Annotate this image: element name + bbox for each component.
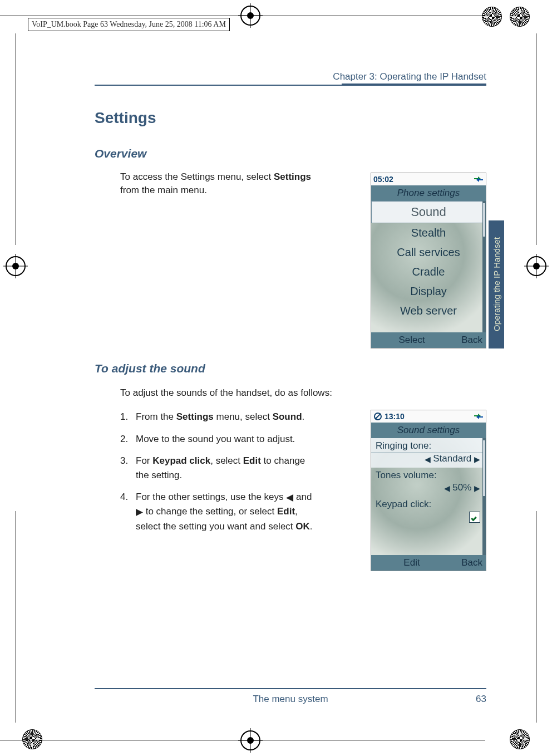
menu-item-call-services[interactable]: Call services [371, 243, 486, 262]
menu-item-cradle[interactable]: Cradle [371, 262, 486, 282]
menu-item-sound[interactable]: Sound [371, 201, 486, 223]
setting-ringing-tone-value[interactable]: ◀ Standard ▶ [371, 453, 486, 468]
sound-intro: To adjust the sounds of the handset, do … [120, 386, 432, 400]
connection-icon [474, 175, 484, 183]
menu-item-stealth[interactable]: Stealth [371, 223, 486, 243]
right-chevron-icon: ▶ [474, 455, 480, 464]
phone-screenshot-sound: 13:10 Sound settings Ringing tone: ◀ Sta… [371, 410, 486, 571]
side-tab: Operating the IP Handset [489, 220, 504, 348]
softkey-edit[interactable]: Edit [374, 557, 449, 568]
right-chevron-icon: ▶ [474, 484, 480, 493]
page-footer: The menu system 63 [95, 694, 486, 705]
left-chevron-icon: ◀ [425, 455, 431, 464]
header-rule [95, 85, 486, 86]
setting-tones-volume-value[interactable]: ◀ 50% ▶ [371, 482, 486, 497]
scrollbar[interactable] [482, 201, 486, 332]
svg-line-1 [375, 414, 381, 419]
right-arrow-icon: ▶ [136, 507, 143, 517]
checkbox-checked-icon[interactable] [469, 512, 480, 523]
registration-radial-icon [510, 7, 530, 27]
left-arrow-icon: ◀ [286, 492, 293, 503]
subsection-sound: To adjust the sound [95, 362, 205, 375]
registration-radial-icon [22, 729, 42, 749]
setting-keypad-click-value[interactable] [371, 511, 486, 526]
footer-section: The menu system [253, 694, 328, 705]
step-1: 1. From the Settings menu, select Sound. [120, 410, 315, 424]
setting-ringing-tone[interactable]: Ringing tone: [371, 438, 486, 453]
print-header: VoIP_UM.book Page 63 Wednesday, June 25,… [28, 18, 230, 31]
status-time: 13:10 [385, 412, 405, 421]
menu-item-display[interactable]: Display [371, 282, 486, 301]
menu-item-web-server[interactable]: Web server [371, 301, 486, 321]
step-4: 4. For the other settings, use the keys … [120, 490, 315, 533]
chapter-header: Chapter 3: Operating the IP Handset [95, 71, 486, 85]
overview-paragraph: To access the Settings menu, select Sett… [120, 170, 315, 197]
step-3: 3. For Keypad click, select Edit to chan… [120, 454, 315, 482]
phone-title: Phone settings [371, 185, 486, 201]
silent-icon [373, 412, 382, 421]
footer-rule [95, 688, 486, 689]
registration-radial-icon [510, 729, 530, 749]
subsection-overview: Overview [95, 147, 146, 160]
softkey-back[interactable]: Back [449, 335, 482, 346]
step-2: 2. Move to the sound you want to adjust. [120, 432, 315, 446]
left-chevron-icon: ◀ [444, 484, 450, 493]
connection-icon [474, 413, 484, 420]
setting-keypad-click[interactable]: Keypad click: [371, 497, 486, 511]
scrollbar[interactable] [482, 438, 486, 555]
status-time: 05:02 [373, 175, 393, 184]
registration-radial-icon [482, 7, 502, 27]
softkey-back[interactable]: Back [449, 557, 482, 568]
phone-screenshot-settings: 05:02 Phone settings Sound Stealth Call … [371, 173, 486, 348]
phone-title: Sound settings [371, 423, 486, 438]
footer-page-number: 63 [476, 694, 486, 705]
section-title: Settings [95, 109, 156, 127]
setting-tones-volume[interactable]: Tones volume: [371, 468, 486, 482]
softkey-select[interactable]: Select [374, 335, 449, 346]
